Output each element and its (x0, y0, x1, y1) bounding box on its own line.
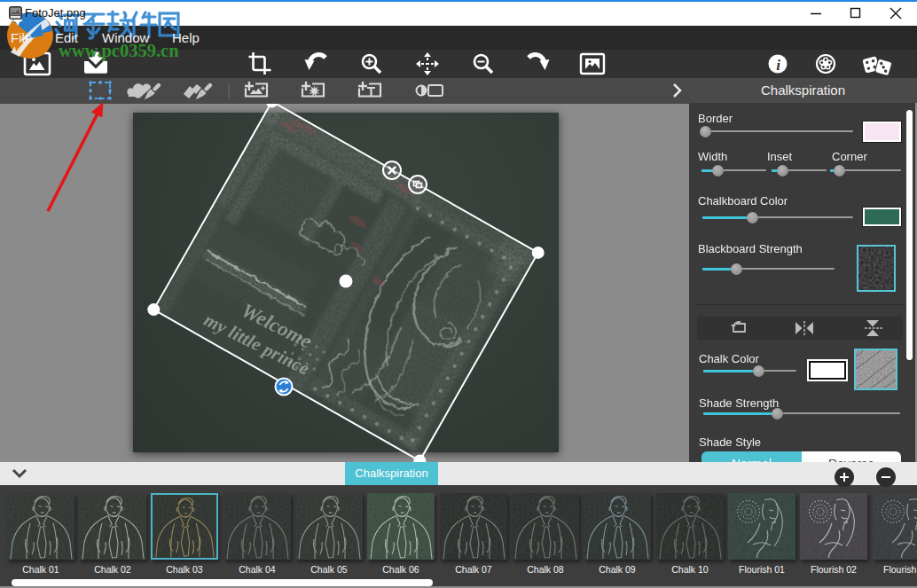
svg-text:i: i (776, 57, 780, 74)
